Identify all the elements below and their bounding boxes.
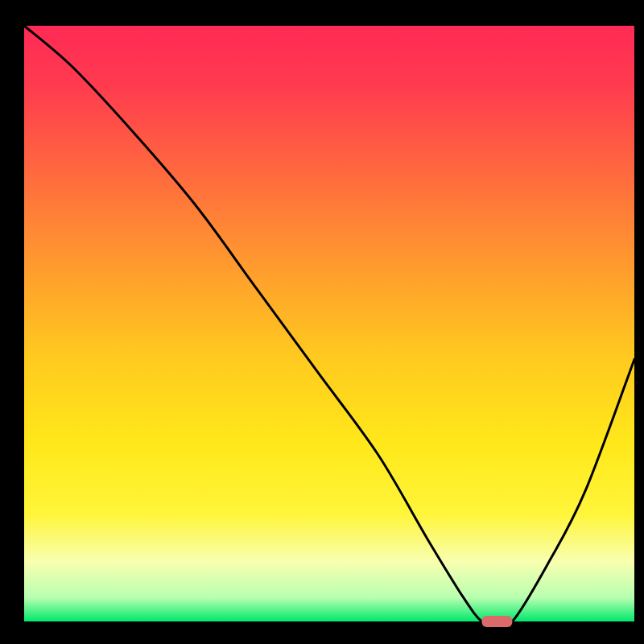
plot-gradient-area — [24, 26, 634, 621]
optimal-point-marker — [482, 616, 513, 627]
bottleneck-chart — [0, 0, 644, 644]
